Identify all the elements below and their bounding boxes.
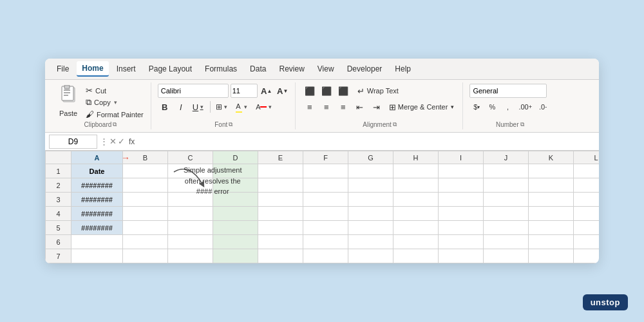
col-header-d[interactable]: D	[213, 151, 258, 164]
col-header-l[interactable]: L	[574, 151, 600, 164]
font-size-decrease-button[interactable]: A▼	[276, 84, 290, 98]
menu-insert[interactable]: Insert	[111, 62, 141, 76]
align-top-button[interactable]: ⬛	[302, 84, 317, 98]
cell-g5[interactable]	[348, 221, 393, 235]
cut-button[interactable]: ✂ Cut	[84, 85, 146, 96]
cell-a1[interactable]: Date	[71, 164, 123, 178]
cell-c4[interactable]	[168, 207, 213, 221]
cell-k1[interactable]	[529, 164, 574, 178]
menu-formulas[interactable]: Formulas	[200, 62, 242, 76]
row-header-6[interactable]: 6	[46, 235, 71, 249]
cell-b5[interactable]	[123, 221, 168, 235]
cell-h6[interactable]	[393, 235, 439, 249]
row-header-5[interactable]: 5	[46, 221, 71, 235]
cell-l5[interactable]	[574, 221, 600, 235]
cell-g6[interactable]	[348, 235, 393, 249]
cell-c6[interactable]	[168, 235, 213, 249]
cell-a6[interactable]	[71, 235, 123, 249]
cell-b2[interactable]	[123, 178, 168, 193]
decimal-increase-button[interactable]: .00+	[516, 100, 535, 114]
align-middle-button[interactable]: ⬛	[319, 84, 334, 98]
cell-h7[interactable]	[393, 249, 439, 263]
cell-e7[interactable]	[258, 249, 303, 263]
font-size-increase-button[interactable]: A▲	[260, 84, 274, 98]
col-header-g[interactable]: G	[348, 151, 393, 164]
cell-g3[interactable]	[348, 193, 393, 207]
cell-f2[interactable]	[303, 178, 348, 193]
cell-j7[interactable]	[484, 249, 529, 263]
cell-h1[interactable]	[393, 164, 439, 178]
cell-f6[interactable]	[303, 235, 348, 249]
cell-k4[interactable]	[529, 207, 574, 221]
cell-d4[interactable]	[213, 207, 258, 221]
cell-k5[interactable]	[529, 221, 574, 235]
cell-b4[interactable]	[123, 207, 168, 221]
cell-a4[interactable]: ########	[71, 207, 123, 221]
cell-c2[interactable]	[168, 178, 213, 193]
cell-i4[interactable]	[439, 207, 484, 221]
cell-g4[interactable]	[348, 207, 393, 221]
cell-f5[interactable]	[303, 221, 348, 235]
cell-c1[interactable]: ↪	[168, 164, 213, 178]
cell-a5[interactable]: ########	[71, 221, 123, 235]
menu-help[interactable]: Help	[390, 62, 416, 76]
cell-d1[interactable]	[213, 164, 258, 178]
cell-h4[interactable]	[393, 207, 439, 221]
formula-input[interactable]	[137, 136, 595, 147]
col-header-a[interactable]: A →	[71, 151, 123, 164]
italic-button[interactable]: I	[174, 100, 188, 114]
cell-d3[interactable]	[213, 193, 258, 207]
alignment-expand-icon[interactable]: ⧉	[393, 121, 397, 128]
menu-review[interactable]: Review	[274, 62, 309, 76]
merge-center-button[interactable]: ⊞ Merge & Center ▾	[386, 100, 458, 114]
paste-button[interactable]: Paste	[55, 84, 81, 118]
cell-d6[interactable]	[213, 235, 258, 249]
cell-j4[interactable]	[484, 207, 529, 221]
font-size-select[interactable]: 11	[231, 84, 258, 98]
cell-l3[interactable]	[574, 193, 600, 207]
cell-d5[interactable]	[213, 221, 258, 235]
cell-i1[interactable]	[439, 164, 484, 178]
col-header-f[interactable]: F	[303, 151, 348, 164]
cell-f1[interactable]	[303, 164, 348, 178]
font-family-select[interactable]: Calibri	[158, 84, 229, 98]
menu-page-layout[interactable]: Page Layout	[144, 62, 197, 76]
fill-dropdown[interactable]: ▾	[242, 100, 249, 114]
row-header-2[interactable]: 2	[46, 178, 71, 193]
cell-k7[interactable]	[529, 249, 574, 263]
font-color-button[interactable]: A ▾	[253, 100, 276, 114]
menu-data[interactable]: Data	[245, 62, 271, 76]
menu-developer[interactable]: Developer	[342, 62, 388, 76]
underline-dropdown[interactable]: ▾	[198, 100, 205, 114]
indent-decrease-button[interactable]: ⇤	[352, 100, 368, 114]
cell-l2[interactable]	[574, 178, 600, 193]
cell-k2[interactable]	[529, 178, 574, 193]
cell-a3[interactable]: ########	[71, 193, 123, 207]
cell-l7[interactable]	[574, 249, 600, 263]
cell-d2[interactable]	[213, 178, 258, 193]
col-header-k[interactable]: K	[529, 151, 574, 164]
cell-b7[interactable]	[123, 249, 168, 263]
cell-i3[interactable]	[439, 193, 484, 207]
cell-b1[interactable]	[123, 164, 168, 178]
cell-c5[interactable]	[168, 221, 213, 235]
cell-k3[interactable]	[529, 193, 574, 207]
font-expand-icon[interactable]: ⧉	[229, 121, 232, 128]
cell-l4[interactable]	[574, 207, 600, 221]
cell-k6[interactable]	[529, 235, 574, 249]
fill-color-button[interactable]: A ▾	[233, 100, 251, 114]
cell-g7[interactable]	[348, 249, 393, 263]
formula-cancel-button[interactable]: ✕	[109, 137, 117, 146]
cell-g1[interactable]	[348, 164, 393, 178]
align-left-button[interactable]: ≡	[302, 100, 317, 114]
cell-h3[interactable]	[393, 193, 439, 207]
cell-f4[interactable]	[303, 207, 348, 221]
font-color-dropdown[interactable]: ▾	[267, 100, 273, 114]
menu-view[interactable]: View	[312, 62, 339, 76]
cell-h2[interactable]	[393, 178, 439, 193]
cell-e2[interactable]	[258, 178, 303, 193]
row-header-1[interactable]: 1	[46, 164, 71, 178]
cell-j3[interactable]	[484, 193, 529, 207]
wrap-text-button[interactable]: ↵ Wrap Text	[354, 84, 402, 98]
borders-dropdown[interactable]: ▾	[222, 100, 229, 114]
